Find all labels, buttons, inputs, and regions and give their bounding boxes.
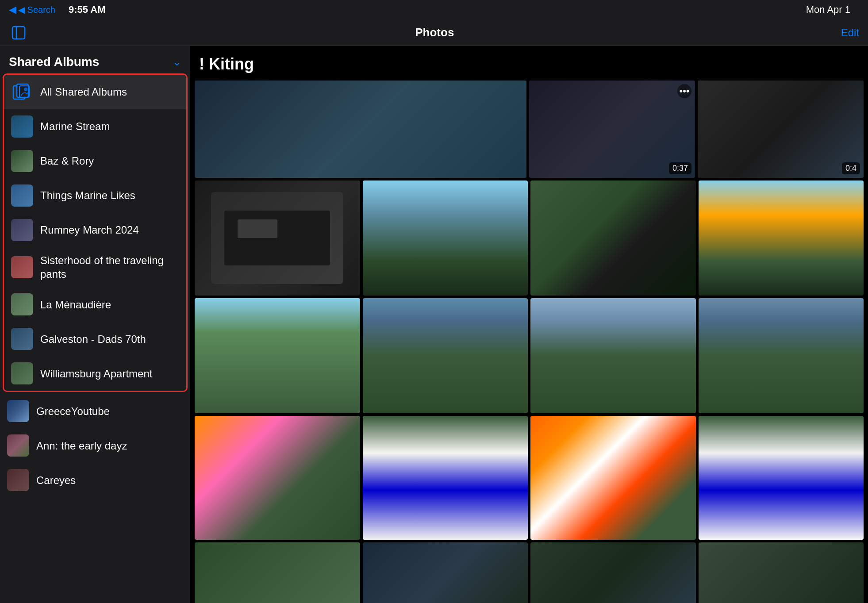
video-duration: 0:37 (669, 162, 691, 174)
grid-title-row: ! Kiting (195, 50, 864, 81)
photo-cell[interactable] (363, 298, 528, 413)
grid-title: ! Kiting (199, 55, 254, 73)
williamsburg-thumb (11, 362, 33, 384)
photo-row-5 (195, 542, 864, 603)
shared-albums-chevron[interactable]: ⌄ (173, 56, 181, 68)
rumney-thumb (11, 219, 33, 241)
all-shared-icon (11, 81, 33, 103)
all-shared-label: All Shared Albums (40, 85, 127, 99)
photo-cell[interactable] (530, 181, 696, 296)
sidebar: Shared Albums ⌄ All Shared Albums (0, 46, 190, 603)
nav-title: Photos (28, 26, 841, 39)
video-duration-2: 0:4 (842, 162, 860, 174)
greece-thumb (7, 400, 29, 422)
photo-cell[interactable] (699, 416, 864, 540)
careyes-label: Careyes (36, 473, 76, 487)
photo-cell[interactable] (699, 181, 864, 296)
back-button[interactable]: ◀ ◀ Search (9, 4, 55, 15)
photo-grid: ! Kiting ••• 0:37 0:4 (190, 46, 868, 603)
careyes-thumb (7, 469, 29, 491)
things-marine-label: Things Marine Likes (40, 188, 135, 202)
shared-albums-title: Shared Albums (9, 55, 99, 69)
sisterhood-thumb (11, 256, 33, 278)
sidebar-item-marine-stream[interactable]: Marine Stream (4, 109, 186, 144)
sidebar-item-things-marine[interactable]: Things Marine Likes (4, 178, 186, 213)
photo-row-2 (195, 181, 864, 296)
photo-cell[interactable] (530, 298, 696, 413)
photo-cell[interactable]: ••• 0:37 (529, 81, 695, 178)
things-marine-thumb (11, 184, 33, 207)
dots-menu-icon[interactable]: ••• (677, 84, 691, 98)
photo-cell[interactable]: 0:4 (698, 81, 864, 178)
photo-cell[interactable] (699, 542, 864, 603)
photo-cell[interactable] (195, 181, 360, 296)
galveston-label: Galveston - Dads 70th (40, 332, 146, 346)
baz-rory-thumb (11, 150, 33, 172)
sidebar-item-careyes[interactable]: Careyes (0, 463, 190, 497)
photo-cell[interactable] (363, 181, 528, 296)
svg-point-5 (24, 88, 27, 91)
photo-cell[interactable] (195, 298, 360, 413)
sidebar-toggle-icon[interactable] (9, 23, 28, 42)
main-layout: Shared Albums ⌄ All Shared Albums (0, 46, 868, 603)
marine-stream-thumb (11, 115, 33, 138)
sidebar-item-rumney[interactable]: Rumney March 2024 (4, 213, 186, 247)
photo-cell[interactable] (530, 416, 696, 540)
sidebar-item-la-menaudiere[interactable]: La Ménaudière (4, 287, 186, 322)
sidebar-item-ann[interactable]: Ann: the early dayz (0, 428, 190, 463)
sidebar-item-galveston[interactable]: Galveston - Dads 70th (4, 322, 186, 356)
sisterhood-label: Sisterhood of the traveling pants (40, 253, 179, 281)
la-menaudiere-thumb (11, 293, 33, 315)
sidebar-item-baz-rory[interactable]: Baz & Rory (4, 144, 186, 178)
photo-cell[interactable] (195, 542, 360, 603)
ann-thumb (7, 434, 29, 457)
selected-album-group: All Shared Albums Marine Stream Baz & Ro… (3, 73, 188, 392)
sidebar-item-williamsburg[interactable]: Williamsburg Apartment (4, 356, 186, 391)
photo-row-4 (195, 416, 864, 540)
photo-cell[interactable] (699, 298, 864, 413)
ann-label: Ann: the early dayz (36, 439, 127, 453)
sidebar-item-all-shared[interactable]: All Shared Albums (4, 75, 186, 109)
status-date: Mon Apr 1 (806, 4, 850, 15)
baz-rory-label: Baz & Rory (40, 154, 94, 168)
photo-cell[interactable] (363, 542, 528, 603)
photo-row-3 (195, 298, 864, 413)
photo-cell[interactable] (195, 81, 526, 178)
edit-button[interactable]: Edit (841, 27, 859, 39)
shared-albums-header: Shared Albums ⌄ (0, 46, 190, 73)
photo-cell[interactable] (530, 542, 696, 603)
photo-cell[interactable] (363, 416, 528, 540)
status-bar: ◀ ◀ Search 9:55 AM Mon Apr 1 (0, 0, 868, 19)
back-arrow-icon: ◀ (9, 4, 16, 15)
la-menaudiere-label: La Ménaudière (40, 298, 111, 311)
greece-label: GreeceYoutube (36, 404, 110, 418)
nav-bar: Photos Edit (0, 19, 868, 46)
sidebar-item-sisterhood[interactable]: Sisterhood of the traveling pants (4, 247, 186, 287)
rumney-label: Rumney March 2024 (40, 223, 139, 237)
galveston-thumb (11, 328, 33, 350)
photo-cell[interactable] (195, 416, 360, 540)
svg-rect-0 (12, 27, 25, 39)
status-time: 9:55 AM (69, 4, 106, 15)
williamsburg-label: Williamsburg Apartment (40, 367, 152, 380)
marine-stream-label: Marine Stream (40, 119, 110, 133)
sidebar-item-greece[interactable]: GreeceYoutube (0, 394, 190, 428)
photo-row-1: ••• 0:37 0:4 (195, 81, 864, 178)
